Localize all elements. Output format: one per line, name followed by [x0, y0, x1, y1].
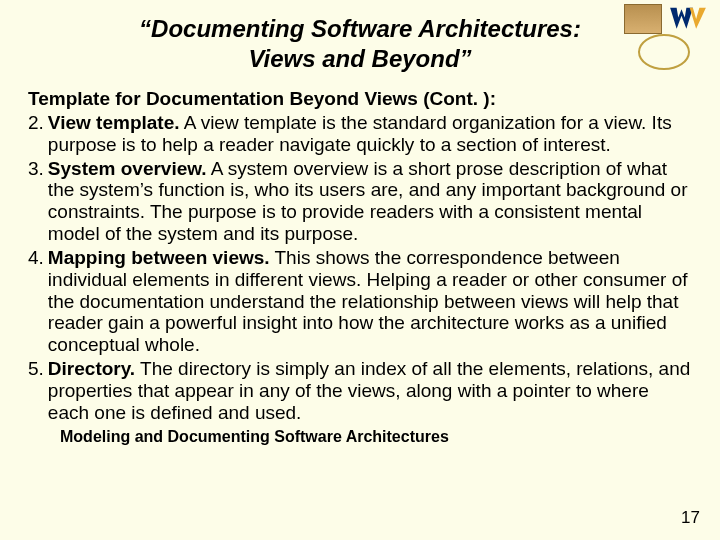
section-heading: Template for Documentation Beyond Views …: [28, 88, 692, 110]
item-number: 2.: [28, 112, 48, 156]
list-item: 3. System overview. A system overview is…: [28, 158, 692, 245]
slide: “Documenting Software Architectures: Vie…: [0, 0, 720, 540]
item-body: Directory. The directory is simply an in…: [48, 358, 692, 424]
item-body: Mapping between views. This shows the co…: [48, 247, 692, 356]
item-text: The directory is simply an index of all …: [48, 358, 690, 423]
footer-text: Modeling and Documenting Software Archit…: [60, 428, 692, 446]
item-term: Directory.: [48, 358, 135, 379]
item-body: System overview. A system overview is a …: [48, 158, 692, 245]
logo-group: [620, 4, 710, 72]
item-number: 3.: [28, 158, 48, 245]
item-body: View template. A view template is the st…: [48, 112, 692, 156]
list-item: 2. View template. A view template is the…: [28, 112, 692, 156]
list-item: 5. Directory. The directory is simply an…: [28, 358, 692, 424]
page-number: 17: [681, 508, 700, 528]
slide-title: “Documenting Software Architectures: Vie…: [118, 14, 602, 74]
item-number: 5.: [28, 358, 48, 424]
sphinx-icon: [624, 4, 662, 34]
item-term: View template.: [48, 112, 180, 133]
item-number: 4.: [28, 247, 48, 356]
university-seal-icon: [638, 34, 690, 70]
wv-logo-icon: [668, 6, 708, 32]
item-term: System overview.: [48, 158, 207, 179]
list-item: 4. Mapping between views. This shows the…: [28, 247, 692, 356]
item-term: Mapping between views.: [48, 247, 270, 268]
